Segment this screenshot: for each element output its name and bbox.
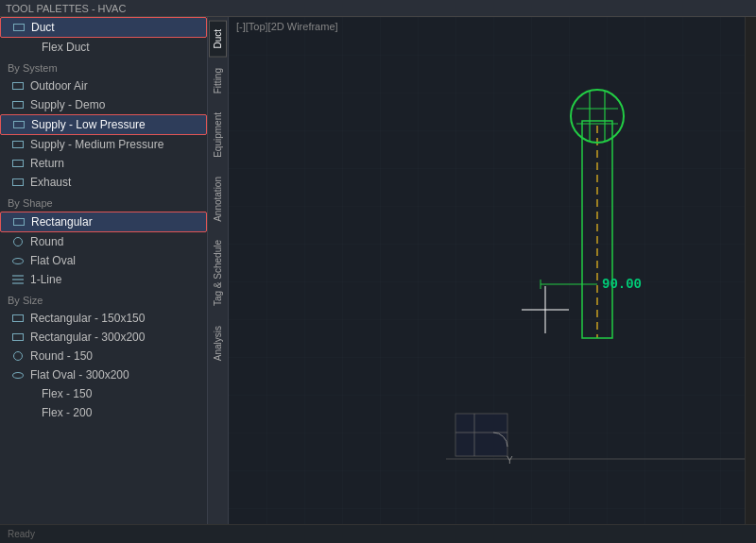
supply-demo-label: Supply - Demo [30, 98, 105, 111]
1line-label: 1-Line [30, 273, 61, 286]
by-size-label: By Size [0, 289, 207, 309]
viewport: [-][Top][2D Wireframe] [229, 17, 756, 524]
status-text: Ready [8, 529, 35, 539]
rect-icon-return [11, 157, 25, 170]
palette-item-flat-oval[interactable]: Flat Oval [0, 251, 207, 270]
rect-icon [12, 21, 26, 34]
palette-item-flex-duct[interactable]: Flex Duct [0, 38, 207, 57]
rect-icon-300 [11, 331, 25, 344]
svg-text:Y: Y [507, 455, 513, 466]
rectangular-label: Rectangular [31, 215, 93, 229]
svg-rect-17 [455, 414, 507, 456]
palette-item-supply-med[interactable]: Supply - Medium Pressure [0, 135, 207, 154]
palette-item-flatoval-300[interactable]: Flat Oval - 300x200 [0, 365, 207, 384]
palette-item-flex-150[interactable]: Flex - 150 [0, 384, 207, 403]
palette-item-exhaust[interactable]: Exhaust [0, 173, 207, 192]
palette-item-supply-low[interactable]: Supply - Low Pressure [0, 114, 207, 135]
tab-annotation[interactable]: Annotation [209, 168, 227, 230]
palette-item-flex-duct-label: Flex Duct [42, 41, 90, 54]
palette-item-rectangular[interactable]: Rectangular [0, 212, 207, 232]
tab-tag-schedule[interactable]: Tag & Schedule [209, 231, 227, 314]
outdoor-air-label: Outdoor Air [30, 79, 88, 93]
main-layout: Duct Flex Duct By System Outdoor Air Sup… [0, 17, 756, 524]
round-label: Round [30, 235, 63, 248]
rect-icon-rectangular [12, 215, 26, 229]
tab-fitting[interactable]: Fitting [209, 59, 227, 102]
oval-icon [11, 254, 25, 267]
tab-equipment[interactable]: Equipment [209, 104, 227, 166]
by-system-label: By System [0, 57, 207, 76]
flex-150-label: Flex - 150 [42, 387, 92, 400]
by-shape-label: By Shape [0, 192, 207, 212]
top-bar: TOOL PALETTES - HVAC [0, 0, 756, 17]
palette-item-outdoor-air[interactable]: Outdoor Air [0, 76, 207, 95]
rect-icon-outdoor [11, 79, 25, 93]
right-area: Duct Fitting Equipment Annotation Tag & … [208, 17, 756, 524]
rect-150-label: Rectangular - 150x150 [30, 312, 145, 325]
exhaust-label: Exhaust [30, 176, 71, 189]
palette-item-flex-200[interactable]: Flex - 200 [0, 403, 207, 422]
tab-analysis[interactable]: Analysis [209, 317, 227, 369]
rect-icon-supply-demo [11, 98, 25, 111]
palette-item-return[interactable]: Return [0, 154, 207, 173]
rect-300-label: Rectangular - 300x200 [30, 331, 145, 344]
palette-item-supply-demo[interactable]: Supply - Demo [0, 95, 207, 114]
line-icon [11, 273, 25, 286]
rect-icon-exhaust [11, 176, 25, 189]
rect-icon-supply-med [11, 138, 25, 151]
round-icon [11, 235, 25, 248]
flex-200-label: Flex - 200 [42, 406, 92, 419]
flatoval-300-label: Flat Oval - 300x200 [30, 368, 129, 382]
round-icon-150 [11, 349, 25, 363]
top-bar-title: TOOL PALETTES - HVAC [6, 3, 126, 14]
palette-item-duct-label: Duct [31, 21, 55, 34]
left-panel: Duct Flex Duct By System Outdoor Air Sup… [0, 17, 208, 524]
no-icon-flex200 [23, 406, 36, 419]
oval-icon-300 [11, 368, 25, 382]
palette-item-duct[interactable]: Duct [0, 17, 207, 38]
round-150-label: Round - 150 [30, 349, 93, 363]
cad-svg: 90.00 Y [229, 17, 756, 524]
rect-icon-supply-low [12, 118, 26, 131]
vertical-scrollbar[interactable] [745, 17, 756, 524]
supply-low-label: Supply - Low Pressure [31, 118, 146, 131]
vertical-tab-bar: Duct Fitting Equipment Annotation Tag & … [208, 17, 229, 524]
palette-item-1line[interactable]: 1-Line [0, 270, 207, 289]
bottom-strip: Ready [0, 524, 756, 543]
supply-med-label: Supply - Medium Pressure [30, 138, 163, 151]
tab-duct[interactable]: Duct [209, 21, 227, 58]
no-icon-flexduct [23, 41, 36, 54]
return-label: Return [30, 157, 64, 170]
no-icon-flex150 [23, 387, 36, 400]
flat-oval-label: Flat Oval [30, 254, 76, 267]
palette-item-round[interactable]: Round [0, 232, 207, 251]
svg-text:90.00: 90.00 [602, 277, 642, 292]
palette-item-rect-300[interactable]: Rectangular - 300x200 [0, 328, 207, 347]
rect-icon-150 [11, 312, 25, 325]
palette-item-round-150[interactable]: Round - 150 [0, 347, 207, 365]
palette-item-rect-150[interactable]: Rectangular - 150x150 [0, 309, 207, 328]
